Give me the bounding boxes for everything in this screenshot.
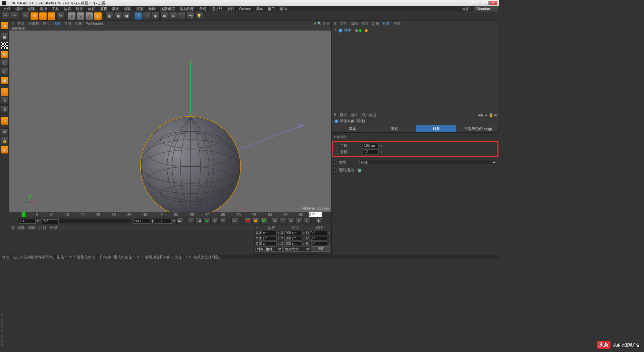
viewport-tab[interactable]: 透视视图: [9, 26, 331, 31]
render-settings[interactable]: ▣: [123, 12, 131, 20]
vm-filter[interactable]: 过滤: [64, 21, 71, 26]
key-scale[interactable]: ▫: [280, 218, 286, 224]
am-userdata[interactable]: 用户数据: [361, 113, 376, 118]
vm-view[interactable]: 查看: [17, 21, 25, 26]
visibility-editor-dot[interactable]: [355, 29, 358, 32]
apply-button[interactable]: 应用: [312, 246, 330, 252]
point-mode[interactable]: ⬡: [1, 59, 9, 67]
radius-field[interactable]: [363, 143, 379, 148]
y-axis-lock[interactable]: Y: [76, 12, 85, 20]
nav-fwd-icon[interactable]: ▶: [481, 113, 484, 117]
timeline-marker[interactable]: [22, 212, 25, 217]
range-slider[interactable]: [40, 219, 132, 223]
render-region[interactable]: ▣: [114, 12, 122, 20]
x-pos[interactable]: [259, 231, 277, 235]
z-size[interactable]: [284, 241, 302, 246]
frame-start-field[interactable]: [19, 219, 36, 224]
menu-octane[interactable]: Octane: [237, 7, 253, 11]
coord-system[interactable]: ◧: [94, 12, 102, 20]
frame-right-field[interactable]: [309, 212, 322, 217]
step-forward-key[interactable]: ↷: [220, 218, 227, 224]
vm-options[interactable]: 选项: [53, 21, 61, 26]
grip-icon[interactable]: ⠿: [255, 225, 259, 230]
cube-primitive[interactable]: ⬡: [134, 12, 142, 20]
recent-tool[interactable]: ↻: [56, 12, 64, 20]
menu-snap[interactable]: 捕捉: [98, 6, 109, 11]
viewport-solo[interactable]: 👁: [1, 128, 9, 136]
grip-icon[interactable]: ⠿: [334, 21, 336, 26]
tab-phong[interactable]: 平滑着色(Phong): [458, 125, 499, 133]
om-bookmarks[interactable]: 书签: [393, 21, 401, 26]
sphere-object[interactable]: [140, 116, 241, 212]
model-mode[interactable]: ▦: [1, 33, 9, 41]
menu-motiontrack[interactable]: 运动跟踪: [158, 6, 177, 11]
lock-icon[interactable]: 🔒: [489, 113, 493, 117]
lock-toggle[interactable]: 🔒: [1, 137, 9, 145]
key-param[interactable]: P: [296, 218, 303, 224]
p-rot[interactable]: [310, 236, 327, 240]
mat-edit[interactable]: 编辑: [28, 225, 36, 230]
om-objects[interactable]: 对象: [372, 21, 379, 26]
nav-back-icon[interactable]: ◀: [478, 113, 480, 117]
render-view[interactable]: ▣: [105, 12, 113, 20]
menu-script[interactable]: 脚本: [254, 6, 265, 11]
y-pos[interactable]: [259, 236, 277, 240]
b-rot[interactable]: [310, 241, 327, 246]
z-axis-lock[interactable]: Z: [85, 12, 93, 20]
menu-edit[interactable]: 编辑: [13, 6, 25, 11]
coord-mode-1[interactable]: 对象 (相对): [255, 247, 283, 252]
autokey[interactable]: [252, 218, 259, 224]
minimize-button[interactable]: —: [472, 1, 480, 5]
tweak-mode[interactable]: ✎: [1, 97, 9, 105]
menu-file[interactable]: 文件: [1, 6, 13, 11]
nav-layout-icon[interactable]: ⊞: [326, 21, 329, 26]
light-tool[interactable]: 💡: [195, 12, 203, 20]
frame-end2-field[interactable]: [155, 219, 172, 224]
key-rot[interactable]: ⟳: [288, 218, 294, 224]
om-tags[interactable]: 标签: [383, 21, 390, 26]
grip-icon[interactable]: ⠿: [11, 21, 14, 26]
new-window-icon[interactable]: ⊞: [494, 113, 497, 117]
x-size[interactable]: [284, 231, 302, 235]
type-anim-dot[interactable]: [334, 161, 337, 164]
menu-animate[interactable]: 动画: [110, 6, 121, 11]
key-pos[interactable]: ✥: [272, 218, 278, 224]
vm-camera[interactable]: 摄像机: [28, 21, 39, 26]
menu-plugins[interactable]: 插件: [225, 6, 236, 11]
record-key[interactable]: [244, 218, 251, 224]
grip-icon[interactable]: ⠿: [11, 226, 14, 230]
segments-field[interactable]: [363, 149, 379, 155]
menu-create[interactable]: 创建: [25, 6, 37, 11]
menu-pipeline[interactable]: 流水线: [209, 6, 224, 11]
y-size[interactable]: [284, 236, 302, 240]
scale-tool[interactable]: ▫: [39, 12, 47, 20]
ideal-anim-dot[interactable]: [334, 169, 337, 172]
step-forward[interactable]: ▷: [212, 218, 219, 224]
spline-tool[interactable]: ⌇: [143, 12, 151, 20]
menu-sculpt[interactable]: 雕刻: [146, 6, 158, 11]
vm-panel[interactable]: 面板: [75, 21, 82, 26]
maximize-button[interactable]: ☐: [481, 1, 489, 5]
vm-display[interactable]: 显示: [43, 21, 50, 26]
om-view[interactable]: 查看: [361, 21, 369, 26]
close-button[interactable]: ✕: [489, 1, 497, 5]
camera-tool[interactable]: 📷: [186, 12, 195, 20]
om-edit[interactable]: 编辑: [351, 21, 358, 26]
ideal-checkbox[interactable]: ✓: [358, 169, 361, 172]
deformer-tool[interactable]: ◈: [169, 12, 177, 20]
snap-toggle[interactable]: S: [1, 105, 9, 114]
object-tree[interactable]: └ 球体: [332, 26, 499, 112]
nav-zoom-icon[interactable]: 🔍: [317, 21, 322, 26]
mat-function[interactable]: 功能: [39, 225, 46, 230]
menu-spline[interactable]: 样条: [74, 6, 85, 11]
redo-button[interactable]: ↷: [10, 12, 18, 20]
frame-cur-field[interactable]: [42, 219, 59, 224]
goto-end[interactable]: ⏭: [231, 218, 238, 224]
am-edit[interactable]: 编辑: [351, 113, 358, 118]
soft-select[interactable]: ∪: [1, 117, 9, 125]
menu-mesh[interactable]: 网格: [62, 6, 73, 11]
segments-anim-dot[interactable]: [335, 150, 338, 154]
radius-anim-dot[interactable]: [335, 144, 338, 147]
menu-volume[interactable]: 体积: [86, 6, 97, 11]
am-mode[interactable]: 模式: [340, 113, 347, 118]
